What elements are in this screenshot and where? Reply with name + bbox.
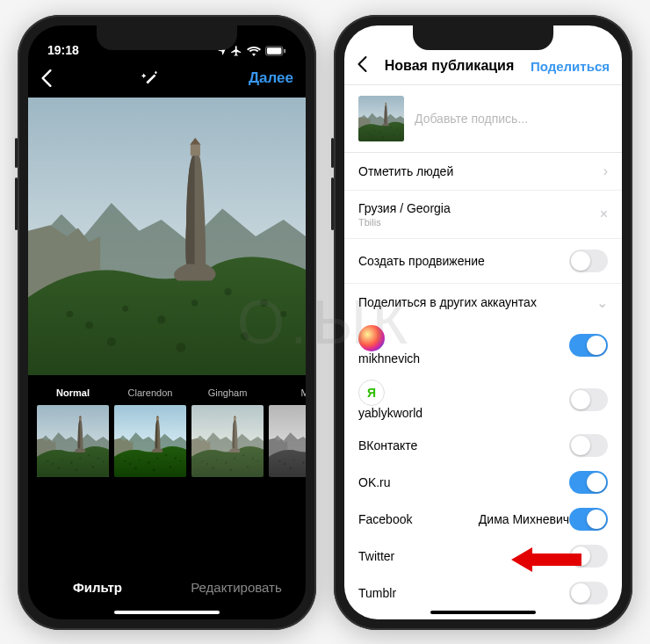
account-toggle[interactable] xyxy=(569,388,608,411)
avatar: Я xyxy=(358,380,385,406)
back-button[interactable] xyxy=(357,55,368,76)
home-indicator xyxy=(114,611,220,614)
advanced-settings-row[interactable]: Расширенные настройки › xyxy=(358,617,525,619)
filter-label: Normal xyxy=(37,387,109,400)
filter-clarendon[interactable]: Clarendon xyxy=(114,387,186,477)
filter-strip[interactable]: NormalClarendonGinghamM xyxy=(28,375,306,477)
network-okru[interactable]: OK.ru xyxy=(344,464,622,501)
chevron-down-icon: ⌄ xyxy=(596,294,608,311)
account-name: mikhnevich xyxy=(358,351,420,365)
filter-normal[interactable]: Normal xyxy=(37,387,109,477)
svg-rect-15 xyxy=(284,48,285,53)
notch xyxy=(97,25,237,50)
battery-icon xyxy=(265,46,286,56)
chevron-right-icon: › xyxy=(603,163,608,179)
phone-left: 19:18 Далее NormalClarendonGinghamM Филь… xyxy=(18,15,316,630)
chevron-left-icon xyxy=(40,69,53,88)
share-accounts-label: Поделиться в других аккаунтах xyxy=(358,295,537,309)
location-label: Грузия / Georgia Tbilis xyxy=(358,201,451,228)
tag-people-label: Отметить людей xyxy=(358,164,453,178)
network-toggle[interactable] xyxy=(569,471,608,494)
network-facebook[interactable]: FacebookДима Михневич xyxy=(344,501,622,538)
airplane-icon xyxy=(230,45,242,57)
network-toggle[interactable] xyxy=(569,582,608,604)
network-name: Tumblr xyxy=(358,586,396,600)
svg-marker-16 xyxy=(511,547,581,572)
network-name: ВКонтакте xyxy=(358,438,417,452)
promote-label: Создать продвижение xyxy=(358,254,485,268)
network-name: OK.ru xyxy=(358,475,391,489)
home-indicator xyxy=(430,611,536,614)
auto-enhance-button[interactable] xyxy=(141,69,160,88)
network-name: Twitter xyxy=(358,549,394,563)
svg-rect-14 xyxy=(267,47,282,54)
network-toggle[interactable] xyxy=(569,434,608,457)
filter-label: M xyxy=(269,387,306,400)
wifi-icon xyxy=(247,46,261,56)
phone-right: Новая публикация Поделиться Добавьте под… xyxy=(334,15,632,630)
share-accounts-header[interactable]: Поделиться в других аккаунтах ⌄ xyxy=(344,284,622,318)
promote-toggle[interactable] xyxy=(569,250,608,272)
network-toggle[interactable] xyxy=(569,508,608,531)
post-thumbnail[interactable] xyxy=(358,96,404,141)
editor-navbar: Далее xyxy=(28,59,306,98)
next-button[interactable]: Далее xyxy=(249,69,293,87)
page-title: Новая публикация xyxy=(385,58,515,74)
network-detail: Дима Михневич xyxy=(479,512,569,526)
caption-row: Добавьте подпись... xyxy=(344,85,622,153)
filter-m[interactable]: M xyxy=(269,387,306,477)
share-button[interactable]: Поделиться xyxy=(531,59,610,74)
annotation-arrow xyxy=(511,542,581,577)
promote-row[interactable]: Создать продвижение xyxy=(344,239,622,284)
avatar xyxy=(358,325,385,351)
notch xyxy=(413,25,553,50)
account-toggle[interactable] xyxy=(569,334,608,357)
network-вконтакте[interactable]: ВКонтакте xyxy=(344,427,622,464)
location-title: Грузия / Georgia xyxy=(358,201,451,215)
tag-people-row[interactable]: Отметить людей › xyxy=(344,153,622,191)
clear-location-button[interactable]: × xyxy=(600,206,608,222)
network-tumblr[interactable]: Tumblr xyxy=(344,575,622,611)
account-yablykworld[interactable]: Яyablykworld xyxy=(344,373,622,427)
filter-thumb xyxy=(269,405,306,477)
caption-input[interactable]: Добавьте подпись... xyxy=(415,112,528,126)
status-time: 19:18 xyxy=(47,43,79,57)
account-name: yablykworld xyxy=(358,406,422,420)
photo-preview[interactable] xyxy=(28,98,306,375)
account-mikhnevich[interactable]: mikhnevich xyxy=(344,318,622,373)
location-subtitle: Tbilis xyxy=(358,217,451,228)
chevron-left-icon xyxy=(357,55,368,73)
filter-label: Gingham xyxy=(191,387,264,400)
filter-thumb xyxy=(37,405,109,477)
filter-thumb xyxy=(114,405,186,477)
network-name: Facebook xyxy=(358,512,412,526)
back-button[interactable] xyxy=(40,69,53,88)
filter-label: Clarendon xyxy=(114,387,186,400)
filter-thumb xyxy=(191,405,264,477)
filter-gingham[interactable]: Gingham xyxy=(191,387,264,477)
magic-wand-icon xyxy=(141,69,160,88)
location-row[interactable]: Грузия / Georgia Tbilis × xyxy=(344,191,622,239)
